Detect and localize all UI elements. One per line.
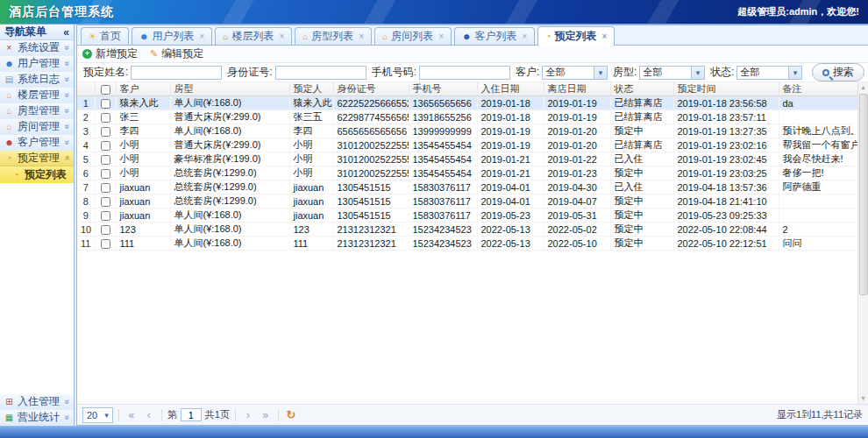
close-tab-icon[interactable]: × <box>359 32 364 41</box>
row-checkbox[interactable] <box>101 155 110 165</box>
table-row[interactable]: 6小明总统套房(¥:1299.0)小明310120025225551354545… <box>77 166 857 180</box>
row-checkbox[interactable] <box>101 141 110 151</box>
statistics-icon: ▦ <box>4 413 15 422</box>
row-checkbox[interactable] <box>101 197 110 207</box>
row-checkbox[interactable] <box>101 169 110 179</box>
table-row[interactable]: 9jiaxuan单人间(¥:168.0)jiaxuan1305451515158… <box>77 208 857 223</box>
roomtype-select[interactable]: 全部▾ <box>639 66 705 80</box>
sidebar-item-system-settings[interactable]: ×系统设置» <box>0 40 74 56</box>
add-booking-button[interactable]: +新增预定 <box>82 46 138 61</box>
sidebar-subitem-booking-list[interactable]: ◔预定列表 <box>0 166 74 183</box>
pager-separator <box>118 409 119 421</box>
search-button[interactable]: 搜索 <box>812 63 864 81</box>
close-tab-icon[interactable]: × <box>200 32 205 41</box>
status-select[interactable]: 全部▾ <box>736 66 802 80</box>
tab-floor-list[interactable]: ⌂楼层列表× <box>215 27 292 45</box>
refresh-icon[interactable]: ↻ <box>284 408 298 421</box>
cell: 2019-01-19 <box>477 138 544 152</box>
column-header-3[interactable]: 身份证号 <box>333 82 409 96</box>
cell: 123 <box>116 223 170 237</box>
sidebar-item-customer-mgmt[interactable]: ☻客户管理» <box>0 135 74 151</box>
table-row[interactable]: 5小明豪华标准房(¥:199.0)小明310120025225551354545… <box>77 152 857 166</box>
search-bar: 预定姓名:身份证号:手机号码:客户:全部▾房型:全部▾状态:全部▾搜索 <box>77 63 868 82</box>
tab-customer-list[interactable]: ☻客户列表× <box>454 27 535 45</box>
booking-list-icon: ◔ <box>11 170 22 180</box>
customer-select[interactable]: 全部▾ <box>542 66 608 80</box>
column-header-9[interactable]: 备注 <box>779 82 857 96</box>
data-grid: 客户房型预定人身份证号手机号入住日期离店日期状态预定时间备注 1猿来入此单人间(… <box>77 82 868 404</box>
close-tab-icon[interactable]: × <box>523 32 528 41</box>
sidebar-item-user-mgmt[interactable]: ☻用户管理» <box>0 56 74 72</box>
close-tab-icon[interactable]: × <box>279 32 284 41</box>
prev-page-button[interactable]: ‹ <box>142 409 156 421</box>
row-checkbox[interactable] <box>101 99 110 109</box>
table-row[interactable]: 8jiaxuan总统套房(¥:1299.0)jiaxuan13054515151… <box>77 194 857 208</box>
cell: 111 <box>116 237 170 251</box>
table-row[interactable]: 7jiaxuan总统套房(¥:1299.0)jiaxuan13054515151… <box>77 180 857 194</box>
table-row[interactable]: 11111单人间(¥:168.0)11121312312321152342345… <box>77 237 857 251</box>
id-number-input[interactable] <box>275 66 366 80</box>
sidebar-item-business-stats[interactable]: ▦营业统计» <box>0 410 74 426</box>
cell: 2019-01-19 <box>477 124 544 138</box>
cell: 2019-01-21 <box>477 166 544 180</box>
page-number-input[interactable] <box>181 408 202 421</box>
sidebar-item-booking-mgmt[interactable]: ◔预定管理» <box>0 151 74 166</box>
next-page-button[interactable]: › <box>241 409 255 421</box>
sidebar-item-checkin-mgmt[interactable]: ⊞入住管理» <box>0 394 74 410</box>
scroll-down-icon[interactable]: ▼ <box>858 393 868 404</box>
tab-booking-list[interactable]: ◔预定列表× <box>537 26 615 46</box>
cell: 1305451515 <box>333 208 409 223</box>
vertical-scrollbar[interactable]: ▲ ▼ <box>857 82 868 404</box>
row-checkbox[interactable] <box>101 211 110 221</box>
table-row[interactable]: 3李四单人间(¥:168.0)李四65656565656561399999999… <box>77 124 857 138</box>
booking-name-input[interactable] <box>131 66 222 80</box>
table-row[interactable]: 2张三普通大床房(¥:299.0)张三五62298774556565613918… <box>77 110 857 124</box>
row-checkbox[interactable] <box>101 183 110 193</box>
main-panel: ☀首页☻用户列表×⌂楼层列表×⌂房型列表×⌂房间列表×☻客户列表×◔预定列表× … <box>76 25 868 426</box>
row-number-header <box>77 82 95 96</box>
tab-roomtype-list[interactable]: ⌂房型列表× <box>295 27 372 45</box>
sidebar-item-system-log[interactable]: ▤系统日志» <box>0 72 74 88</box>
edit-booking-button[interactable]: ✎编辑预定 <box>150 46 203 61</box>
cell: jiaxuan <box>116 194 170 208</box>
column-header-7[interactable]: 状态 <box>610 82 673 96</box>
scroll-up-icon[interactable]: ▲ <box>858 82 868 93</box>
table-row[interactable]: 1猿来入此单人间(¥:168.0)猿来入此6222522566655213656… <box>77 96 857 110</box>
cell: 豪华标准房(¥:199.0) <box>170 152 289 166</box>
row-checkbox[interactable] <box>101 225 110 235</box>
close-tab-icon[interactable]: × <box>438 32 444 41</box>
cell: 小明 <box>289 138 333 152</box>
close-tab-icon[interactable]: × <box>601 32 607 41</box>
select-all-checkbox[interactable] <box>101 85 110 95</box>
row-checkbox[interactable] <box>101 113 110 123</box>
column-header-5[interactable]: 入住日期 <box>477 82 544 96</box>
combo-value: 全部 <box>640 66 691 79</box>
phone-number-input[interactable] <box>419 66 510 80</box>
cell: 2019-01-18 <box>477 96 544 110</box>
cell: 2019-05-31 <box>544 208 610 223</box>
sidebar-item-floor-mgmt[interactable]: ⌂楼层管理» <box>0 88 74 103</box>
column-header-4[interactable]: 手机号 <box>409 82 477 96</box>
tab-home[interactable]: ☀首页 <box>81 27 129 45</box>
tab-user-list[interactable]: ☻用户列表× <box>132 27 212 45</box>
table-row[interactable]: 10123单人间(¥:168.0)12321312312321152342345… <box>77 223 857 237</box>
column-header-8[interactable]: 预定时间 <box>673 82 779 96</box>
first-page-button[interactable]: « <box>125 409 139 421</box>
scrollbar-thumb[interactable] <box>859 94 868 295</box>
column-header-6[interactable]: 离店日期 <box>544 82 610 96</box>
sidebar-item-roomtype-mgmt[interactable]: ⌂房型管理» <box>0 103 74 119</box>
cell: 2019-01-19 <box>544 96 610 110</box>
last-page-button[interactable]: » <box>259 409 273 421</box>
table-row[interactable]: 4小明普通大床房(¥:299.0)小明310120025225551354545… <box>77 138 857 152</box>
column-header-0[interactable]: 客户 <box>116 82 170 96</box>
column-header-1[interactable]: 房型 <box>170 82 289 96</box>
row-checkbox[interactable] <box>101 239 110 249</box>
sidebar-item-label: 预定管理 <box>18 151 60 166</box>
tab-room-list[interactable]: ⌂房间列表× <box>374 27 452 45</box>
page-size-select[interactable]: 20 ▾ <box>82 407 113 423</box>
row-checkbox[interactable] <box>101 127 110 137</box>
sidebar-item-room-mgmt[interactable]: ⌂房间管理» <box>0 119 74 135</box>
collapse-sidebar-icon[interactable]: « <box>63 26 69 39</box>
cell: 62225225666552 <box>333 96 409 110</box>
column-header-2[interactable]: 预定人 <box>289 82 333 96</box>
